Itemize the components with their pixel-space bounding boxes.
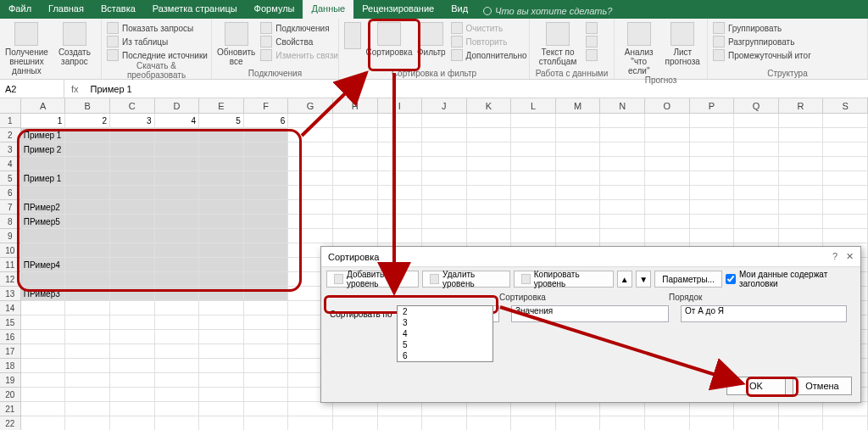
row-header[interactable]: 4 — [0, 157, 21, 171]
cell[interactable] — [244, 344, 289, 359]
row-header[interactable]: 12 — [0, 272, 21, 287]
row-header[interactable]: 2 — [0, 128, 21, 142]
cell[interactable] — [779, 229, 824, 243]
column-header[interactable]: D — [155, 98, 200, 114]
cell[interactable] — [600, 402, 645, 416]
cell[interactable] — [110, 301, 155, 316]
row-header[interactable]: 17 — [0, 344, 21, 359]
cell[interactable] — [199, 186, 244, 200]
column-header[interactable]: B — [65, 98, 110, 114]
cell[interactable] — [199, 416, 244, 430]
cell[interactable] — [422, 186, 467, 200]
cell[interactable] — [690, 157, 735, 171]
cell[interactable] — [556, 186, 601, 200]
cell[interactable] — [645, 128, 690, 142]
cell[interactable] — [21, 402, 66, 416]
cell[interactable] — [65, 258, 110, 272]
cell[interactable] — [823, 128, 868, 142]
cell[interactable] — [734, 157, 779, 171]
cell[interactable] — [556, 200, 601, 215]
cell[interactable]: ПРимер5 — [21, 215, 66, 229]
cell[interactable] — [21, 186, 66, 200]
cell[interactable] — [65, 388, 110, 402]
cell[interactable] — [467, 128, 512, 142]
cell[interactable] — [600, 142, 645, 157]
column-header[interactable]: N — [600, 98, 645, 114]
cell[interactable] — [556, 114, 601, 128]
cell[interactable] — [823, 157, 868, 171]
dropdown-option[interactable]: 3 — [398, 317, 492, 328]
cell[interactable] — [422, 142, 467, 157]
cell[interactable] — [65, 272, 110, 287]
cell[interactable] — [110, 316, 155, 330]
cell[interactable] — [556, 171, 601, 186]
cell[interactable] — [244, 316, 289, 330]
cell[interactable] — [110, 272, 155, 287]
cell[interactable] — [65, 200, 110, 215]
cell[interactable] — [21, 157, 66, 171]
cell[interactable] — [779, 186, 824, 200]
connections-button[interactable]: Подключения — [260, 22, 338, 34]
cell[interactable] — [65, 171, 110, 186]
cell[interactable] — [65, 186, 110, 200]
cell[interactable] — [110, 359, 155, 373]
cell[interactable] — [65, 402, 110, 416]
cell[interactable] — [467, 229, 512, 243]
cell[interactable] — [333, 128, 378, 142]
sort-asc-button[interactable] — [344, 20, 361, 49]
cell[interactable] — [645, 229, 690, 243]
cell[interactable] — [65, 128, 110, 142]
cell[interactable] — [155, 301, 200, 316]
cell[interactable] — [110, 416, 155, 430]
column-header[interactable]: F — [244, 98, 289, 114]
cell[interactable] — [556, 215, 601, 229]
cell[interactable] — [690, 114, 735, 128]
ok-button[interactable]: OK — [726, 377, 786, 395]
cell[interactable] — [333, 416, 378, 430]
cell[interactable] — [155, 243, 200, 258]
cell[interactable] — [155, 200, 200, 215]
cell[interactable] — [65, 316, 110, 330]
row-header[interactable]: 14 — [0, 301, 21, 316]
column-header[interactable]: R — [779, 98, 824, 114]
cell[interactable] — [600, 229, 645, 243]
cell[interactable] — [288, 186, 333, 200]
row-header[interactable]: 18 — [0, 359, 21, 373]
cell[interactable] — [779, 200, 824, 215]
cell[interactable] — [199, 243, 244, 258]
cell[interactable] — [110, 200, 155, 215]
column-header[interactable]: O — [645, 98, 690, 114]
column-header[interactable]: J — [422, 98, 467, 114]
forecast-button[interactable]: Лист прогноза — [664, 20, 703, 66]
cell[interactable] — [823, 114, 868, 128]
cell[interactable] — [110, 229, 155, 243]
formula-value[interactable]: Пример 1 — [86, 84, 137, 94]
cell[interactable] — [333, 402, 378, 416]
cell[interactable]: 4 — [155, 114, 200, 128]
cell[interactable] — [244, 388, 289, 402]
cell[interactable] — [511, 128, 556, 142]
cell[interactable] — [378, 200, 423, 215]
cell[interactable] — [734, 229, 779, 243]
cell[interactable] — [333, 114, 378, 128]
cell[interactable] — [422, 157, 467, 171]
cell[interactable] — [21, 229, 66, 243]
cell[interactable] — [467, 416, 512, 430]
cell[interactable] — [734, 215, 779, 229]
cell[interactable] — [511, 402, 556, 416]
cell[interactable] — [155, 287, 200, 301]
cell[interactable] — [155, 186, 200, 200]
cell[interactable] — [422, 229, 467, 243]
cell[interactable] — [779, 114, 824, 128]
cell[interactable] — [155, 316, 200, 330]
cell[interactable] — [199, 373, 244, 388]
cell[interactable] — [333, 171, 378, 186]
cell[interactable] — [244, 258, 289, 272]
sort-button[interactable]: Сортировка — [366, 20, 412, 57]
reapply-button[interactable]: Повторить — [451, 36, 527, 47]
cell[interactable] — [378, 229, 423, 243]
cell[interactable] — [422, 128, 467, 142]
cell[interactable] — [690, 171, 735, 186]
cell[interactable] — [378, 416, 423, 430]
tab-layout[interactable]: Разметка страницы — [144, 0, 246, 19]
